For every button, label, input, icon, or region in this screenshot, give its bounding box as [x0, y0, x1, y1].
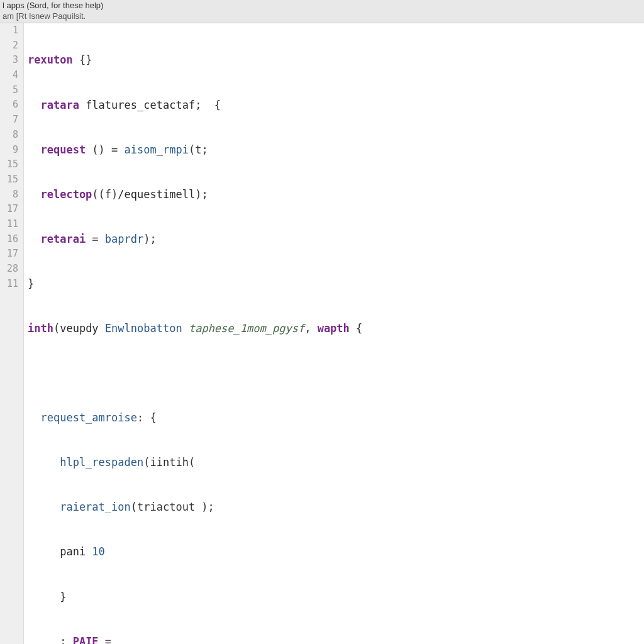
code-line[interactable]	[28, 366, 644, 381]
token-punct: (	[143, 456, 150, 469]
line-number: 8	[0, 128, 18, 143]
code-line[interactable]: relectop((f)/equestimell);	[28, 187, 644, 203]
code-line[interactable]: rexuton {}	[28, 53, 644, 68]
token-punct: ; {	[195, 99, 221, 111]
code-line[interactable]: request_amroise: {	[28, 411, 644, 426]
line-number: 15	[0, 172, 18, 187]
token-keyword: rexuton	[28, 53, 73, 66]
line-number: 16	[0, 232, 18, 247]
line-number: 2	[0, 38, 18, 53]
line-number: 28	[0, 262, 18, 277]
code-line[interactable]: raierat_ion(triactout );	[28, 500, 644, 515]
toolbar-text: am [Rt Isnew Paquilsit.	[3, 11, 86, 21]
token-punct: {}	[73, 53, 92, 66]
toolbar[interactable]: am [Rt Isnew Paquilsit.	[0, 11, 644, 23]
token-punct: }	[28, 277, 34, 290]
token-punct: ,	[304, 322, 317, 335]
line-number: 5	[0, 83, 18, 98]
token-ident	[182, 322, 189, 335]
token-ident: flatures_cetactaf	[79, 99, 195, 111]
code-line[interactable]: pani 10	[28, 545, 644, 560]
token-op: =	[86, 233, 105, 245]
token-punct: );	[195, 188, 208, 201]
line-number: 11	[0, 277, 18, 292]
line-number: 3	[0, 53, 18, 68]
editor-window: l apps (Sord, for these help) am [Rt Isn…	[0, 0, 644, 644]
token-punct: () =	[86, 143, 124, 156]
line-number: 8	[0, 187, 18, 203]
line-number: 17	[0, 202, 18, 217]
token-keyword: relectop	[28, 188, 92, 201]
line-number: 11	[0, 217, 18, 232]
token-keyword: retarai	[28, 233, 86, 245]
token-punct: ;	[28, 635, 73, 644]
token-keyword: request	[28, 143, 86, 156]
menu-bar-text: l apps (Sord, for these help)	[3, 1, 103, 10]
token-ident: pani	[28, 545, 92, 558]
code-line[interactable]: retarai = baprdr);	[28, 232, 644, 247]
token-ident: (veupdy	[53, 322, 105, 335]
code-area[interactable]: rexuton {} ratara flatures_cetactaf; { r…	[24, 23, 644, 644]
code-line[interactable]: }	[28, 590, 644, 605]
code-line[interactable]: inth(veupdy Enwlnobatton taphese_1mom_pg…	[28, 321, 644, 336]
token-punct: {	[350, 322, 362, 335]
token-keyword: ratara	[28, 99, 79, 111]
token-punct: }	[28, 591, 66, 603]
code-line[interactable]: ratara flatures_cetactaf; {	[28, 98, 644, 113]
line-number: 6	[0, 97, 18, 113]
token-punct: (	[189, 456, 195, 469]
token-punct: : {	[137, 411, 157, 424]
line-number: 1	[0, 23, 18, 38]
token-fn: hlpl_respaden	[28, 456, 143, 469]
token-punct: ((f)	[92, 188, 118, 201]
token-fn: baprdr	[105, 233, 143, 245]
token-punct: (t;	[189, 143, 208, 156]
token-keyword: PAIE	[73, 635, 99, 644]
code-editor[interactable]: 1 2 3 4 5 6 7 8 9 15 15 8 17 11 16 17 28…	[0, 23, 644, 644]
line-number: 9	[0, 143, 18, 158]
token-fn: request_amroise	[28, 411, 137, 424]
token-fn: aisom_rmpi	[125, 143, 189, 156]
token-ident: /equestimell	[118, 188, 195, 201]
token-punct: (triactout );	[131, 501, 214, 513]
code-line[interactable]: hlpl_respaden(iintih(	[28, 455, 644, 470]
token-ident: iintih	[150, 456, 188, 469]
line-number: 15	[0, 157, 18, 172]
code-line[interactable]: }	[28, 277, 644, 292]
code-line[interactable]: ; PAIE =	[28, 635, 644, 644]
token-fn: raierat_ion	[28, 501, 131, 513]
token-op: =	[99, 635, 111, 644]
token-keyword: wapth	[318, 322, 350, 335]
token-fn: Enwlnobatton	[105, 322, 182, 335]
token-number: 10	[92, 545, 104, 558]
line-number: 17	[0, 247, 18, 262]
line-number: 4	[0, 68, 18, 83]
token-keyword: inth	[28, 322, 53, 335]
line-number: 7	[0, 113, 18, 128]
menu-bar[interactable]: l apps (Sord, for these help)	[0, 0, 644, 11]
token-punct: );	[143, 233, 156, 245]
line-number-gutter: 1 2 3 4 5 6 7 8 9 15 15 8 17 11 16 17 28…	[0, 23, 24, 644]
token-type: taphese_1mom_pgysf	[189, 322, 304, 335]
code-line[interactable]: request () = aisom_rmpi(t;	[28, 143, 644, 158]
